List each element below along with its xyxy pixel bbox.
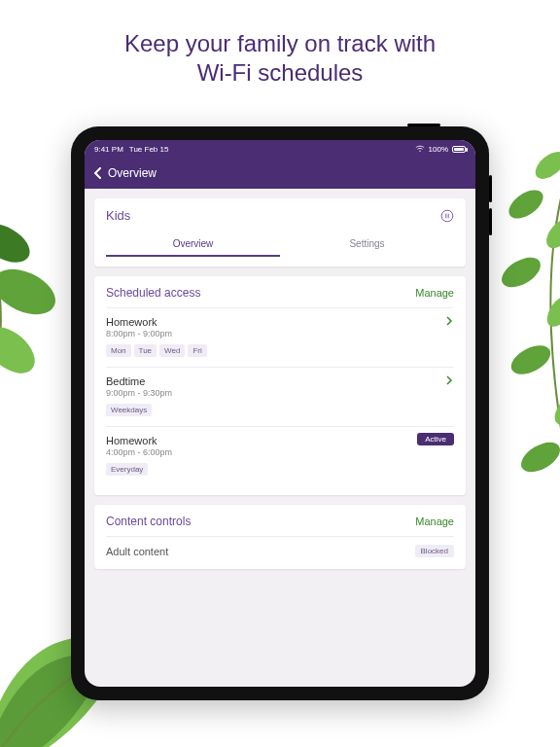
pause-icon[interactable] [440,209,454,223]
battery-percentage: 100% [429,145,448,154]
svg-point-11 [441,210,453,222]
schedule-name: Homework [106,316,454,328]
tablet-device-frame: 9:41 PM Tue Feb 15 100% Overview [71,126,489,700]
schedule-name: Bedtime [106,375,454,387]
chevron-right-icon [444,316,454,326]
schedule-time: 9:00pm - 9:30pm [106,388,454,398]
svg-point-2 [0,318,44,382]
chevron-right-icon [444,375,454,385]
schedule-days: Everyday [106,463,454,476]
status-time: 9:41 PM [94,145,123,154]
profile-tabs: Overview Settings [106,232,454,257]
day-chip: Fri [188,344,206,357]
content-controls-manage[interactable]: Manage [415,516,454,527]
status-date: Tue Feb 15 [129,145,169,154]
scheduled-access-manage[interactable]: Manage [415,287,454,299]
device-volume-down [489,208,492,235]
day-chip: Weekdays [106,404,152,416]
nav-bar: Overview [85,158,475,189]
content-control-row[interactable]: Adult content Blocked [106,536,454,559]
svg-point-9 [549,387,560,431]
svg-point-0 [0,216,36,270]
battery-icon [452,146,466,153]
profile-card: Kids Overview Settings [94,198,466,267]
device-power-button [407,124,440,126]
schedule-time: 8:00pm - 9:00pm [106,329,454,338]
day-chip: Tue [134,344,158,357]
marketing-headline: Keep your family on track withWi-Fi sche… [0,29,560,88]
tab-overview[interactable]: Overview [106,232,280,257]
svg-point-4 [504,185,547,225]
svg-point-10 [516,437,560,479]
back-chevron-icon[interactable] [92,167,104,179]
scheduled-access-card: Scheduled access Manage Homework 8:00pm … [94,276,466,495]
day-chip: Everyday [106,463,148,476]
svg-point-3 [531,147,560,184]
content-control-label: Adult content [106,546,168,557]
schedule-row[interactable]: Homework 8:00pm - 9:00pm Mon Tue Wed Fri [106,307,454,367]
back-label[interactable]: Overview [108,166,157,180]
day-chip: Wed [159,344,185,357]
tab-settings[interactable]: Settings [280,232,454,257]
day-chip: Mon [106,344,131,357]
schedule-row[interactable]: Bedtime 9:00pm - 9:30pm Weekdays [106,367,454,426]
profile-name: Kids [106,208,130,223]
schedule-name: Homework [106,435,454,446]
schedule-days: Mon Tue Wed Fri [106,344,454,357]
schedule-days: Weekdays [106,404,454,416]
schedule-row[interactable]: Homework 4:00pm - 6:00pm Everyday Active [106,426,454,485]
svg-point-1 [0,261,62,324]
content-controls-title: Content controls [106,515,191,528]
scheduled-access-title: Scheduled access [106,286,200,300]
content-control-status: Blocked [415,545,454,557]
content-controls-card: Content controls Manage Adult content Bl… [94,505,466,569]
svg-point-8 [507,339,555,380]
svg-point-6 [497,252,545,294]
wifi-icon [415,145,425,153]
active-badge: Active [417,433,454,445]
status-bar: 9:41 PM Tue Feb 15 100% [85,140,475,158]
device-volume-up [489,175,492,202]
schedule-time: 4:00pm - 6:00pm [106,447,454,457]
tablet-screen: 9:41 PM Tue Feb 15 100% Overview [85,140,475,687]
